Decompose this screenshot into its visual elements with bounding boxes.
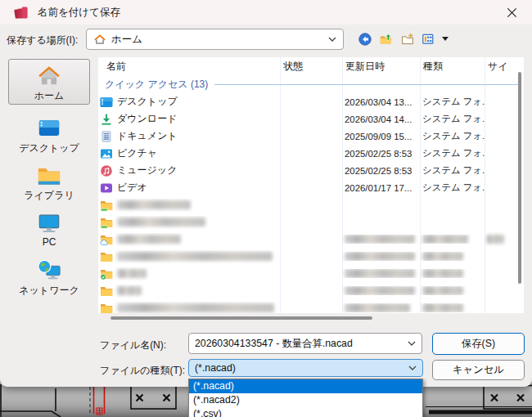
cell-name: ダウンロード — [98, 112, 280, 126]
sidebar-item-label: ライブラリ — [8, 189, 90, 203]
redacted-text — [422, 303, 463, 312]
sidebar-item-library[interactable]: ライブラリ — [8, 164, 90, 201]
chevron-down-icon — [328, 37, 336, 43]
cell-name: ピクチャ — [98, 146, 280, 160]
cell-name — [98, 285, 280, 298]
file-rows: デスクトップ2026/03/04 13...システム フォ...ダウンロード20… — [98, 93, 524, 313]
cell-type — [420, 269, 485, 278]
file-row[interactable] — [98, 282, 524, 299]
sidebar-item-network[interactable]: ネットワーク — [8, 258, 90, 296]
cell-date — [342, 286, 420, 295]
home-large-icon — [37, 64, 61, 88]
file-row[interactable]: ミュージック2025/02/25 8:53システム フォ... — [98, 162, 524, 179]
sidebar-item-desktop[interactable]: デスクトップ — [8, 116, 90, 154]
file-row[interactable]: ピクチャ2025/02/25 8:53システム フォ... — [98, 145, 524, 162]
file-row[interactable] — [98, 265, 524, 282]
cell-date: 2026/01/17 17... — [342, 183, 420, 193]
close-button[interactable] — [499, 3, 524, 21]
file-row[interactable] — [98, 248, 524, 265]
redacted-text — [117, 286, 142, 295]
chevron-down-icon — [408, 341, 416, 347]
file-row[interactable]: ビデオ2026/01/17 17...システム フォ... — [98, 179, 524, 196]
redacted-text — [345, 252, 415, 261]
redacted-text — [422, 286, 463, 295]
folder-icon — [100, 250, 113, 263]
file-row[interactable] — [98, 196, 524, 213]
file-type-option[interactable]: (*.csv) — [189, 407, 422, 417]
redacted-text — [486, 235, 504, 244]
file-row[interactable]: ドキュメント2025/09/09 15...システム フォ... — [98, 128, 524, 145]
cell-date — [342, 303, 420, 312]
sidebar-item-label: ネットワーク — [8, 284, 90, 298]
group-header: クイック アクセス (13) — [98, 76, 524, 93]
horizontal-scrollbar[interactable] — [110, 316, 372, 320]
new-folder-button[interactable] — [399, 30, 416, 47]
cell-name — [98, 216, 280, 229]
cell-date: 2026/03/04 14... — [342, 114, 420, 124]
save-location-combobox[interactable]: ホーム — [86, 29, 344, 50]
save-as-dialog: 名前を付けて保存 保存する場所(I): ホーム ホームデスクトップライブラリPC… — [0, 0, 532, 387]
cancel-button-label: キャンセル — [453, 363, 504, 377]
views-icon — [422, 33, 435, 46]
cell-date — [342, 252, 420, 261]
up-folder-icon — [380, 33, 393, 46]
pc-large-icon — [37, 211, 61, 235]
cell-type: システム フォ... — [420, 147, 485, 159]
column-header[interactable]: 種類 — [420, 60, 485, 74]
redacted-text — [422, 269, 463, 278]
file-row[interactable] — [98, 231, 524, 248]
file-name-value: 20260304133547 - 数量合算.nacad — [195, 337, 408, 351]
file-type-combobox[interactable]: (*.nacad) — [188, 359, 423, 377]
folder-sync-icon — [100, 199, 113, 212]
view-menu-button[interactable] — [420, 30, 437, 47]
cell-type: システム フォ... — [420, 164, 485, 177]
cell-name — [98, 267, 280, 280]
pictures-icon — [100, 147, 113, 160]
folder-icon — [100, 285, 113, 298]
file-row[interactable] — [98, 213, 524, 231]
column-header[interactable]: 状態 — [280, 60, 342, 74]
redacted-text — [422, 235, 468, 244]
library-large-icon — [37, 164, 61, 188]
cell-type: システム フォ... — [420, 182, 485, 194]
file-name-text: ミュージック — [117, 164, 177, 177]
group-header-line — [214, 84, 521, 85]
new-folder-icon — [401, 33, 414, 46]
caret-down-icon[interactable] — [442, 37, 449, 41]
cell-name — [98, 302, 280, 314]
file-type-value: (*.nacad) — [195, 362, 408, 374]
back-button[interactable] — [356, 30, 373, 47]
network-large-icon — [37, 258, 61, 283]
file-name-combobox[interactable]: 20260304133547 - 数量合算.nacad — [188, 333, 422, 354]
folder-check-icon — [100, 267, 113, 280]
cell-name — [98, 250, 280, 263]
file-type-option[interactable]: (*.nacad) — [189, 379, 422, 393]
up-one-level-button[interactable] — [377, 30, 394, 47]
file-type-option[interactable]: (*.nacad2) — [189, 393, 422, 407]
redacted-text — [117, 200, 191, 209]
close-icon — [507, 7, 517, 18]
cell-name — [98, 233, 280, 246]
redacted-text — [345, 235, 415, 244]
redacted-text — [117, 235, 181, 244]
cell-name: ドキュメント — [98, 129, 280, 143]
title-bar: 名前を付けて保存 — [0, 0, 532, 25]
folder-icon — [100, 302, 113, 314]
sidebar-item-home[interactable]: ホーム — [8, 59, 90, 105]
save-button[interactable]: 保存(S) — [432, 333, 525, 355]
cell-type — [420, 286, 485, 295]
window-title: 名前を付けて保存 — [38, 6, 120, 20]
save-location-label: 保存する場所(I): — [7, 34, 78, 47]
sidebar-item-pc[interactable]: PC — [8, 211, 90, 249]
sidebar-item-label: PC — [8, 236, 90, 248]
cell-name: ミュージック — [98, 164, 280, 177]
save-location-value: ホーム — [111, 33, 328, 47]
file-row[interactable]: ダウンロード2026/03/04 14...システム フォ... — [98, 110, 524, 128]
column-header[interactable]: 名前 — [98, 60, 280, 74]
file-row[interactable]: デスクトップ2026/03/04 13...システム フォ... — [98, 93, 524, 110]
file-row[interactable] — [98, 299, 524, 313]
column-header[interactable]: 更新日時 — [342, 60, 420, 74]
vertical-scrollbar[interactable] — [518, 72, 521, 284]
cell-type — [420, 252, 485, 261]
cancel-button[interactable]: キャンセル — [432, 360, 525, 380]
